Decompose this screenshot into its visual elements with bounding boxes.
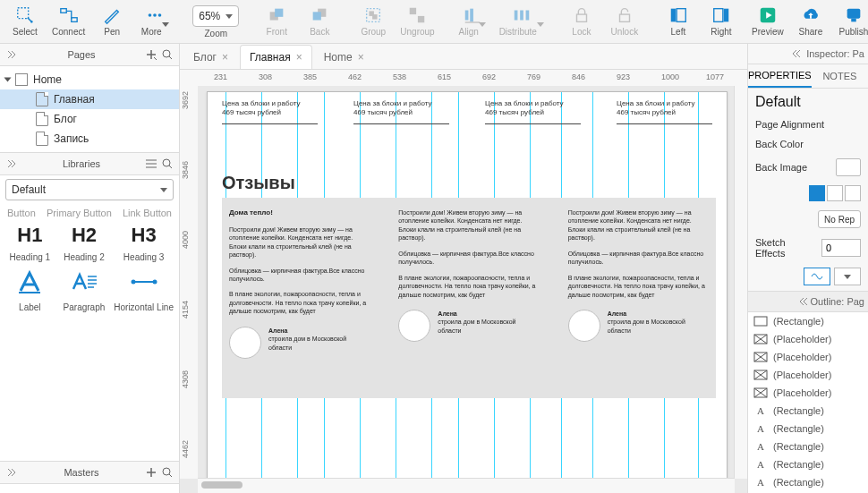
unlock-tool[interactable]: Unlock bbox=[605, 4, 644, 37]
page-tree: Home ГлавнаяБлогЗапись bbox=[0, 66, 179, 152]
outline-item[interactable]: (Placeholder) bbox=[748, 348, 868, 366]
distribute-tool[interactable]: Distribute bbox=[496, 4, 548, 37]
prop-page-alignment: Page Alignment bbox=[755, 119, 861, 130]
file-tab[interactable]: Главная× bbox=[240, 45, 312, 69]
dock-right-tool[interactable]: Right bbox=[702, 4, 741, 37]
select-tool[interactable]: Select bbox=[5, 4, 45, 37]
outline-item[interactable]: A(Rectangle) bbox=[748, 473, 868, 491]
outline-item[interactable]: (Rectangle) bbox=[748, 312, 868, 330]
publish-icon bbox=[844, 5, 864, 25]
outline-item[interactable]: A(Rectangle) bbox=[748, 438, 868, 455]
list-icon[interactable] bbox=[145, 157, 157, 170]
outline-item[interactable]: A(Rectangle) bbox=[748, 420, 868, 438]
search-icon[interactable] bbox=[161, 157, 174, 170]
lib-label[interactable]: Label bbox=[5, 269, 55, 312]
sketch-input[interactable] bbox=[821, 239, 861, 257]
distribute-icon bbox=[512, 5, 532, 25]
svg-text:A: A bbox=[757, 441, 764, 452]
outline-item[interactable]: (Placeholder) bbox=[748, 366, 868, 384]
svg-rect-1 bbox=[60, 9, 65, 13]
tree-home[interactable]: Home bbox=[0, 70, 179, 89]
tab-properties[interactable]: PROPERTIES bbox=[748, 64, 812, 88]
tree-page[interactable]: Главная bbox=[0, 89, 179, 109]
svg-rect-14 bbox=[418, 16, 424, 22]
canvas-page[interactable]: Цена за блоки и работу469 тысяч рублейЦе… bbox=[207, 91, 728, 479]
label-icon bbox=[15, 269, 44, 297]
tab-notes[interactable]: NOTES bbox=[812, 64, 868, 88]
preview-tool[interactable]: Preview bbox=[748, 4, 787, 37]
outline-item[interactable]: A(Rectangle) bbox=[748, 402, 868, 420]
lock-tool[interactable]: Lock bbox=[562, 4, 601, 37]
close-icon[interactable]: × bbox=[296, 51, 302, 64]
pen-icon bbox=[102, 5, 122, 25]
publish-tool[interactable]: Publish bbox=[834, 4, 868, 37]
no-repeat-btn[interactable]: No Rep bbox=[818, 210, 861, 228]
file-tab[interactable]: Блог× bbox=[183, 45, 238, 69]
canvas-stage[interactable]: Цена за блоки и работу469 тысяч рублейЦе… bbox=[198, 86, 747, 479]
close-icon[interactable]: × bbox=[222, 51, 228, 64]
horizontal-scrollbar[interactable] bbox=[198, 478, 735, 493]
share-tool[interactable]: Share bbox=[791, 4, 830, 37]
lib-paragraph[interactable]: Paragraph bbox=[60, 269, 109, 312]
select-icon bbox=[15, 5, 35, 25]
search-icon[interactable] bbox=[161, 48, 174, 61]
svg-rect-0 bbox=[18, 8, 29, 19]
connect-icon bbox=[59, 5, 79, 25]
svg-rect-23 bbox=[671, 9, 677, 22]
search-icon[interactable] bbox=[161, 466, 174, 479]
outline-item[interactable]: (Placeholder) bbox=[748, 384, 868, 402]
align-tool[interactable]: Align bbox=[453, 4, 492, 37]
align-right-btn[interactable] bbox=[845, 185, 861, 201]
price-cell: Цена за блоки и работу469 тысяч рублей bbox=[353, 99, 449, 124]
svg-rect-17 bbox=[464, 21, 480, 22]
lib-heading2[interactable]: H2Heading 2 bbox=[60, 222, 109, 262]
sketch-combo-2[interactable] bbox=[834, 268, 861, 285]
paragraph-icon bbox=[70, 269, 98, 297]
review-card: Дома тепло! Построили дом! Живем вторую … bbox=[229, 208, 370, 387]
ruler-vertical[interactable]: 369238464000415443084462 bbox=[180, 86, 199, 479]
vertical-scrollbar[interactable] bbox=[734, 86, 747, 479]
lib-hline[interactable]: Horizontal Line bbox=[114, 269, 174, 312]
back-tool[interactable]: Back bbox=[300, 4, 339, 37]
scroll-thumb[interactable] bbox=[201, 481, 243, 489]
ruler-horizontal[interactable]: 23130838546253861569276984692310001077 bbox=[198, 70, 747, 87]
collapse-icon[interactable] bbox=[797, 295, 810, 308]
svg-text:A: A bbox=[757, 405, 764, 416]
tree-page[interactable]: Запись bbox=[0, 129, 179, 149]
align-left-btn[interactable] bbox=[809, 185, 825, 201]
svg-rect-28 bbox=[847, 9, 861, 19]
zoom-tool[interactable]: 65% Zoom bbox=[189, 4, 243, 38]
zoom-combo[interactable]: 65% bbox=[192, 5, 239, 27]
ruler-corner bbox=[180, 70, 199, 87]
collapse-icon[interactable] bbox=[5, 48, 18, 61]
file-tab[interactable]: Home× bbox=[314, 45, 374, 69]
collapse-icon[interactable] bbox=[5, 157, 18, 170]
ungroup-tool[interactable]: Ungroup bbox=[396, 4, 438, 37]
add-page-icon[interactable] bbox=[145, 48, 157, 61]
outline-item[interactable]: (Placeholder) bbox=[748, 330, 868, 348]
collapse-icon[interactable] bbox=[5, 466, 18, 479]
dock-left-tool[interactable]: Left bbox=[659, 4, 698, 37]
close-icon[interactable]: × bbox=[358, 51, 364, 64]
front-tool[interactable]: Front bbox=[257, 4, 296, 37]
align-center-btn[interactable] bbox=[827, 185, 843, 201]
lib-heading3[interactable]: H3Heading 3 bbox=[114, 222, 174, 262]
svg-text:A: A bbox=[757, 477, 764, 488]
more-tool[interactable]: More bbox=[135, 4, 174, 37]
group-tool[interactable]: Group bbox=[353, 4, 393, 37]
page-icon bbox=[36, 132, 48, 146]
lib-heading1[interactable]: H1Heading 1 bbox=[5, 222, 55, 262]
sketch-combo[interactable] bbox=[804, 268, 830, 285]
pen-tool[interactable]: Pen bbox=[92, 4, 132, 37]
connect-tool[interactable]: Connect bbox=[48, 4, 89, 37]
collapse-icon[interactable] bbox=[790, 47, 803, 60]
outline-item[interactable]: A(Rectangle) bbox=[748, 455, 868, 473]
add-master-icon[interactable] bbox=[145, 466, 157, 479]
library-select[interactable]: Default bbox=[5, 179, 174, 200]
back-image-swatch[interactable] bbox=[836, 158, 861, 176]
tree-page[interactable]: Блог bbox=[0, 109, 179, 129]
image-align-buttons bbox=[809, 185, 861, 201]
svg-rect-29 bbox=[851, 19, 856, 22]
chevron-down-icon bbox=[844, 275, 851, 279]
svg-text:A: A bbox=[757, 459, 764, 470]
